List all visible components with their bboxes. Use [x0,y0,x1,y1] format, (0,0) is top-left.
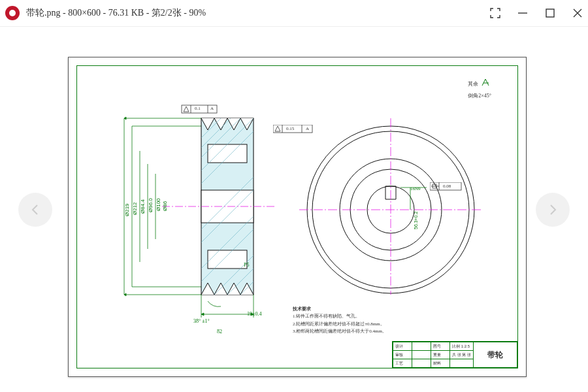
dim-key: 56.3+0.2 [414,212,418,229]
dim-width: 82 [217,329,222,335]
prev-button[interactable] [18,193,52,227]
tb-r1c2: 图号 [431,342,449,351]
surface-finish-icon [481,78,493,87]
dim-p5: P5 [244,262,249,268]
tb-r3c2: 材料 [431,359,449,368]
drawing-page: 其余 倒角2×45° [68,57,527,377]
front-view [299,112,482,295]
image-viewer: 其余 倒角2×45° [0,27,588,392]
gdt-2-val: 0.15 [286,126,294,131]
notes-heading: 技术要求 [293,306,387,313]
fullscreen-icon[interactable] [490,8,500,18]
titlebar: 带轮.png - 800×600 - 76.31 KB - 第2/2张 - 90… [0,0,588,27]
tb-r1c3: 比例 1:2.5 [449,342,473,351]
drawing-frame: 其余 倒角2×45° [76,65,518,368]
gdt-1-val: 0.1 [195,106,201,111]
dim-keyw: 16N9 [410,186,421,191]
gdt-1-ref: A [210,106,214,111]
dim-d5: Ø100 [155,198,161,211]
svg-rect-11 [208,144,247,163]
tb-r1c1: 设计 [393,342,412,351]
tb-r3c3 [449,359,473,368]
dim-d3: Ø84.4 [140,199,146,214]
tech-notes: 技术要求 1.铸件工作面不得有缺陷、气孔。 2.轮槽间距累计偏差绝对值不得超过±… [293,306,387,335]
dim-d2: Ø212 [132,202,138,215]
tb-r2c2: 重量 [431,351,449,359]
dim-angle: 38° ±1° [193,318,210,324]
tb-r2c3: 共 张 第 张 [449,351,473,359]
window-title: 带轮.png - 800×600 - 76.31 KB - 第2/2张 - 90… [26,7,490,19]
note-chamfer: 倒角2×45° [468,92,491,99]
maximize-icon[interactable] [545,8,555,18]
dim-d4: Ø96.0 [148,198,154,212]
next-button[interactable] [536,193,570,227]
svg-rect-0 [546,9,554,17]
dim-d1: Ø219 [124,203,130,216]
gdt-3-val: 0.08 [443,184,451,189]
title-block: 设计 图号 比例 1:2.5 带轮 审核 重量 共 张 第 张 工艺 材料 [392,341,517,368]
notes-line-2: 2.轮槽间距累计偏差绝对值不得超过±0.8mm。 [293,321,387,328]
svg-rect-12 [208,250,247,269]
minimize-icon[interactable] [517,8,528,18]
tb-partname: 带轮 [474,342,517,368]
notes-line-3: 3.相邻两轮槽间距偏差绝对值不得大于0.4mm。 [293,328,387,335]
tb-r3c1: 工艺 [393,359,412,368]
tb-r2c1: 审核 [393,351,412,359]
dim-pitch: 19±0.4 [247,311,261,317]
app-logo [5,6,20,20]
dim-d6: Ø86 [162,201,168,211]
note-rest: 其余 [468,80,478,88]
notes-line-1: 1.铸件工作面不得有缺陷、气孔。 [293,313,387,320]
close-icon[interactable] [572,8,583,18]
